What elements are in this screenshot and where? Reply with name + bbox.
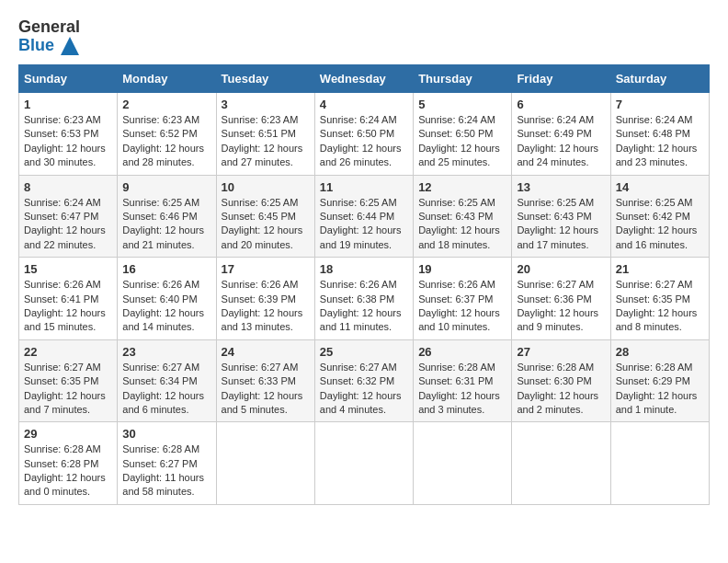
day-info: Sunrise: 6:27 AM Sunset: 6:33 PM Dayligh… <box>222 361 310 418</box>
logo-blue: Blue <box>18 37 80 55</box>
day-info: Sunrise: 6:26 AM Sunset: 6:38 PM Dayligh… <box>320 278 408 335</box>
day-number: 28 <box>616 345 704 359</box>
calendar-cell: 10 Sunrise: 6:25 AM Sunset: 6:45 PM Dayl… <box>216 175 314 258</box>
calendar-cell: 6 Sunrise: 6:24 AM Sunset: 6:49 PM Dayli… <box>512 93 610 176</box>
calendar-cell: 28 Sunrise: 6:28 AM Sunset: 6:29 PM Dayl… <box>610 339 709 422</box>
day-info: Sunrise: 6:28 AM Sunset: 6:29 PM Dayligh… <box>616 361 704 418</box>
day-number: 18 <box>320 262 408 276</box>
day-number: 12 <box>418 180 506 194</box>
day-info: Sunrise: 6:24 AM Sunset: 6:48 PM Dayligh… <box>616 113 704 170</box>
header-thursday: Thursday <box>414 65 512 93</box>
calendar-cell: 23 Sunrise: 6:27 AM Sunset: 6:34 PM Dayl… <box>118 339 216 422</box>
day-number: 4 <box>320 98 408 111</box>
calendar-cell: 19 Sunrise: 6:26 AM Sunset: 6:37 PM Dayl… <box>414 258 512 340</box>
logo-general: General <box>18 18 80 37</box>
calendar-cell: 12 Sunrise: 6:25 AM Sunset: 6:43 PM Dayl… <box>414 175 512 258</box>
calendar-cell: 3 Sunrise: 6:23 AM Sunset: 6:51 PM Dayli… <box>216 93 314 176</box>
day-info: Sunrise: 6:26 AM Sunset: 6:40 PM Dayligh… <box>122 278 210 335</box>
calendar-cell: 8 Sunrise: 6:24 AM Sunset: 6:47 PM Dayli… <box>19 175 118 258</box>
calendar-cell: 9 Sunrise: 6:25 AM Sunset: 6:46 PM Dayli… <box>118 175 216 258</box>
calendar-cell: 13 Sunrise: 6:25 AM Sunset: 6:43 PM Dayl… <box>512 175 610 258</box>
logo-svg: General Blue <box>18 18 80 55</box>
day-info: Sunrise: 6:23 AM Sunset: 6:53 PM Dayligh… <box>24 113 112 170</box>
day-info: Sunrise: 6:26 AM Sunset: 6:41 PM Dayligh… <box>24 278 112 335</box>
calendar-cell: 15 Sunrise: 6:26 AM Sunset: 6:41 PM Dayl… <box>19 258 118 340</box>
day-number: 9 <box>122 180 210 194</box>
day-info: Sunrise: 6:27 AM Sunset: 6:32 PM Dayligh… <box>320 361 408 418</box>
day-number: 17 <box>222 262 310 276</box>
calendar-cell: 29 Sunrise: 6:28 AM Sunset: 6:28 PM Dayl… <box>19 422 118 505</box>
calendar-cell: 7 Sunrise: 6:24 AM Sunset: 6:48 PM Dayli… <box>610 93 709 176</box>
day-number: 14 <box>616 180 704 194</box>
calendar-cell: 26 Sunrise: 6:28 AM Sunset: 6:31 PM Dayl… <box>414 339 512 422</box>
calendar-cell: 22 Sunrise: 6:27 AM Sunset: 6:35 PM Dayl… <box>19 339 118 422</box>
header-monday: Monday <box>118 65 216 93</box>
header-friday: Friday <box>512 65 610 93</box>
calendar-cell: 21 Sunrise: 6:27 AM Sunset: 6:35 PM Dayl… <box>610 258 709 340</box>
week-row-4: 22 Sunrise: 6:27 AM Sunset: 6:35 PM Dayl… <box>19 339 710 422</box>
header-row: SundayMondayTuesdayWednesdayThursdayFrid… <box>19 65 710 93</box>
day-number: 16 <box>122 262 210 276</box>
day-number: 27 <box>517 345 605 359</box>
day-number: 24 <box>222 345 310 359</box>
day-info: Sunrise: 6:27 AM Sunset: 6:34 PM Dayligh… <box>122 361 210 418</box>
header-saturday: Saturday <box>610 65 709 93</box>
day-info: Sunrise: 6:23 AM Sunset: 6:52 PM Dayligh… <box>122 113 210 170</box>
day-number: 25 <box>320 345 408 359</box>
calendar-cell: 27 Sunrise: 6:28 AM Sunset: 6:30 PM Dayl… <box>512 339 610 422</box>
day-number: 2 <box>122 98 210 111</box>
day-number: 6 <box>517 98 605 111</box>
calendar-table: SundayMondayTuesdayWednesdayThursdayFrid… <box>18 64 710 505</box>
day-info: Sunrise: 6:25 AM Sunset: 6:45 PM Dayligh… <box>222 196 310 253</box>
day-number: 21 <box>616 262 704 276</box>
day-info: Sunrise: 6:25 AM Sunset: 6:44 PM Dayligh… <box>320 196 408 253</box>
header-wednesday: Wednesday <box>314 65 413 93</box>
week-row-3: 15 Sunrise: 6:26 AM Sunset: 6:41 PM Dayl… <box>19 258 710 340</box>
day-number: 30 <box>122 427 210 441</box>
day-info: Sunrise: 6:28 AM Sunset: 6:30 PM Dayligh… <box>517 361 605 418</box>
day-info: Sunrise: 6:28 AM Sunset: 6:27 PM Dayligh… <box>122 442 210 500</box>
calendar-cell <box>610 422 709 505</box>
calendar-cell: 5 Sunrise: 6:24 AM Sunset: 6:50 PM Dayli… <box>414 93 512 176</box>
calendar-cell: 25 Sunrise: 6:27 AM Sunset: 6:32 PM Dayl… <box>314 339 413 422</box>
day-info: Sunrise: 6:23 AM Sunset: 6:51 PM Dayligh… <box>222 113 310 170</box>
day-info: Sunrise: 6:24 AM Sunset: 6:50 PM Dayligh… <box>320 113 408 170</box>
logo-triangle-icon <box>61 37 79 55</box>
calendar-cell: 17 Sunrise: 6:26 AM Sunset: 6:39 PM Dayl… <box>216 258 314 340</box>
calendar-cell: 1 Sunrise: 6:23 AM Sunset: 6:53 PM Dayli… <box>19 93 118 176</box>
week-row-1: 1 Sunrise: 6:23 AM Sunset: 6:53 PM Dayli… <box>19 93 710 176</box>
calendar-cell <box>216 422 314 505</box>
logo: General Blue <box>18 18 80 55</box>
calendar-cell <box>314 422 413 505</box>
week-row-5: 29 Sunrise: 6:28 AM Sunset: 6:28 PM Dayl… <box>19 422 710 505</box>
day-number: 7 <box>616 98 704 111</box>
day-info: Sunrise: 6:24 AM Sunset: 6:49 PM Dayligh… <box>517 113 605 170</box>
calendar-cell: 20 Sunrise: 6:27 AM Sunset: 6:36 PM Dayl… <box>512 258 610 340</box>
calendar-cell: 18 Sunrise: 6:26 AM Sunset: 6:38 PM Dayl… <box>314 258 413 340</box>
day-number: 15 <box>24 262 112 276</box>
calendar-cell: 4 Sunrise: 6:24 AM Sunset: 6:50 PM Dayli… <box>314 93 413 176</box>
day-info: Sunrise: 6:28 AM Sunset: 6:28 PM Dayligh… <box>24 442 112 500</box>
day-number: 3 <box>222 98 310 111</box>
day-number: 26 <box>418 345 506 359</box>
day-number: 13 <box>517 180 605 194</box>
day-number: 22 <box>24 345 112 359</box>
day-info: Sunrise: 6:28 AM Sunset: 6:31 PM Dayligh… <box>418 361 506 418</box>
day-info: Sunrise: 6:25 AM Sunset: 6:42 PM Dayligh… <box>616 196 704 253</box>
calendar-cell: 16 Sunrise: 6:26 AM Sunset: 6:40 PM Dayl… <box>118 258 216 340</box>
day-info: Sunrise: 6:24 AM Sunset: 6:47 PM Dayligh… <box>24 196 112 253</box>
day-info: Sunrise: 6:24 AM Sunset: 6:50 PM Dayligh… <box>418 113 506 170</box>
svg-marker-0 <box>61 37 79 55</box>
day-number: 29 <box>24 427 112 441</box>
day-info: Sunrise: 6:27 AM Sunset: 6:35 PM Dayligh… <box>24 361 112 418</box>
calendar-cell: 2 Sunrise: 6:23 AM Sunset: 6:52 PM Dayli… <box>118 93 216 176</box>
day-number: 20 <box>517 262 605 276</box>
header-tuesday: Tuesday <box>216 65 314 93</box>
calendar-cell <box>414 422 512 505</box>
header: General Blue <box>18 18 710 55</box>
day-info: Sunrise: 6:26 AM Sunset: 6:39 PM Dayligh… <box>222 278 310 335</box>
calendar-cell <box>512 422 610 505</box>
day-number: 1 <box>24 98 112 111</box>
calendar-cell: 14 Sunrise: 6:25 AM Sunset: 6:42 PM Dayl… <box>610 175 709 258</box>
header-sunday: Sunday <box>19 65 118 93</box>
